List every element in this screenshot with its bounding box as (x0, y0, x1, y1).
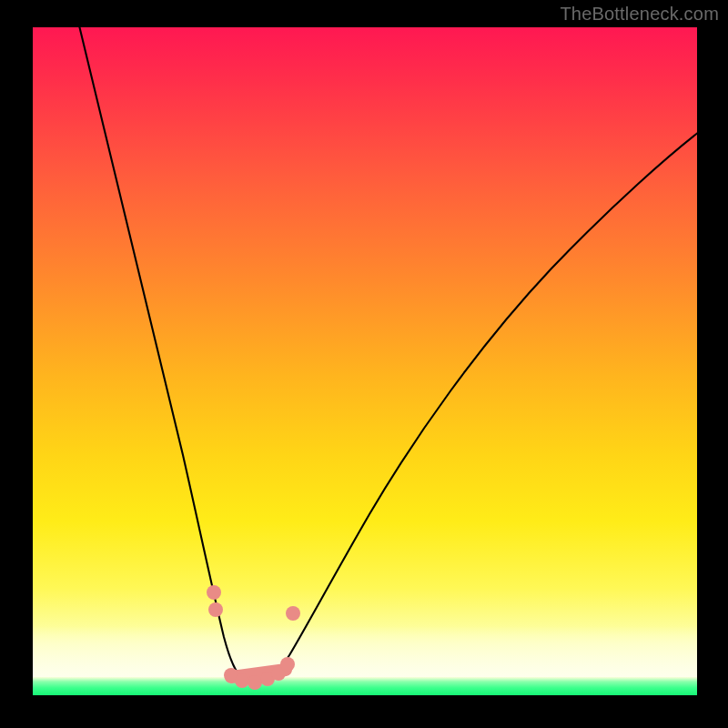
bottleneck-curve (78, 22, 699, 682)
marker-left-mid (208, 602, 223, 617)
watermark-text: TheBottleneck.com (560, 4, 719, 25)
marker-left-top (207, 585, 221, 600)
marker-flat-f (280, 657, 295, 672)
marker-right (286, 606, 300, 621)
chart-canvas: TheBottleneck.com (0, 0, 728, 728)
marker-flat-c (248, 675, 262, 690)
plot-area (33, 27, 697, 695)
curve-layer (33, 27, 697, 695)
marker-flat-b (235, 673, 249, 688)
